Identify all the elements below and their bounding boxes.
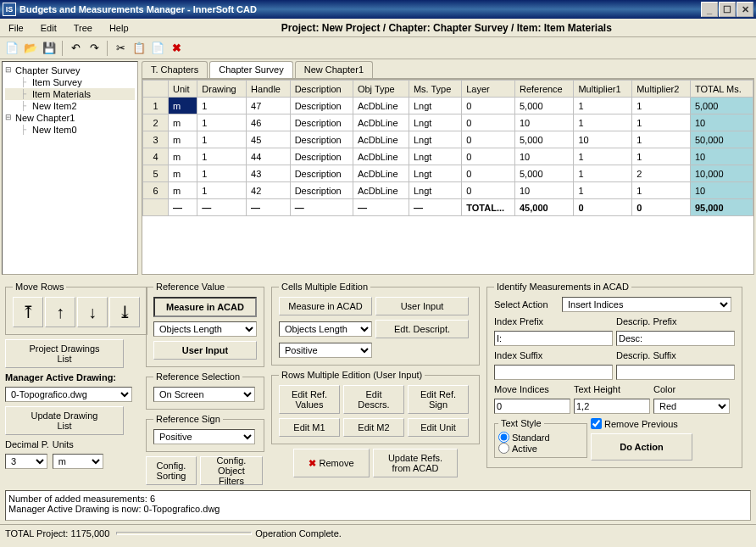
ip-input[interactable] xyxy=(494,331,613,346)
cell-ms[interactable]: Lngt xyxy=(409,114,461,131)
save-icon[interactable]: 💾 xyxy=(41,40,58,57)
cell-handle[interactable]: 45 xyxy=(247,131,291,148)
cell-unit[interactable]: m xyxy=(169,182,197,199)
redo-icon[interactable]: ↷ xyxy=(86,40,103,57)
cell-m2[interactable]: 1 xyxy=(632,182,691,199)
cell-ref[interactable]: 10 xyxy=(514,114,573,131)
data-grid[interactable]: Unit Drawing Handle Description Obj Type… xyxy=(142,79,754,275)
cell-total[interactable]: 10,000 xyxy=(690,165,753,182)
th-input[interactable] xyxy=(574,399,650,414)
table-row[interactable]: 3m145DescriptionAcDbLineLngt05,00010150,… xyxy=(143,131,753,148)
cell-m1[interactable]: 1 xyxy=(574,114,632,131)
cell-handle[interactable]: 42 xyxy=(247,182,291,199)
cell-m1[interactable]: 10 xyxy=(574,131,632,148)
table-row[interactable]: 1m147DescriptionAcDbLineLngt05,000115,00… xyxy=(143,98,753,114)
cell-n[interactable]: 1 xyxy=(143,98,169,114)
cme-userinput-button[interactable]: User Input xyxy=(375,297,469,315)
tree-panel[interactable]: Chapter Survey Item Survey Item Material… xyxy=(2,61,138,275)
tree-new-item0[interactable]: New Item0 xyxy=(5,124,135,136)
config-sorting-button[interactable]: Config. Sorting xyxy=(146,456,197,485)
edit-m1-button[interactable]: Edit M1 xyxy=(279,418,340,437)
col-obj[interactable]: Obj Type xyxy=(353,81,409,98)
menu-tree[interactable]: Tree xyxy=(65,20,101,36)
col-ref[interactable]: Reference xyxy=(514,81,573,98)
move-top-button[interactable]: ⤒ xyxy=(13,297,43,327)
cell-ms[interactable]: Lngt xyxy=(409,131,461,148)
delete-icon[interactable]: ✖ xyxy=(168,40,185,57)
cell-total[interactable]: 5,000 xyxy=(690,98,753,114)
update-drawing-list-button[interactable]: Update Drawing List xyxy=(5,406,124,435)
cell-m2[interactable]: 1 xyxy=(632,148,691,165)
cell-obj[interactable]: AcDbLine xyxy=(353,165,409,182)
objlen-select[interactable]: Objects Length xyxy=(153,321,257,337)
cell-unit[interactable]: m xyxy=(169,165,197,182)
col-desc[interactable]: Description xyxy=(290,81,353,98)
edit-m2-button[interactable]: Edit M2 xyxy=(343,418,404,437)
move-bottom-button[interactable]: ⤓ xyxy=(109,297,140,327)
cell-m2[interactable]: 1 xyxy=(632,114,691,131)
cell-drawing[interactable]: 1 xyxy=(197,131,247,148)
cell-ref[interactable]: 10 xyxy=(514,148,573,165)
cell-ref[interactable]: 5,000 xyxy=(514,98,573,114)
cell-ref[interactable]: 10 xyxy=(514,182,573,199)
cme-editdesc-button[interactable]: Edt. Descript. xyxy=(375,320,469,338)
cell-drawing[interactable]: 1 xyxy=(197,98,247,114)
col-total[interactable]: TOTAL Ms. xyxy=(690,81,753,98)
tree-new-item2[interactable]: New Item2 xyxy=(5,100,135,112)
tab-t-chapters[interactable]: T. Chapters xyxy=(142,61,208,78)
cell-m1[interactable]: 1 xyxy=(574,98,632,114)
table-row[interactable]: 4m144DescriptionAcDbLineLngt0101110 xyxy=(143,148,753,165)
cell-n[interactable]: 6 xyxy=(143,182,169,199)
cell-layer[interactable]: 0 xyxy=(462,182,515,199)
cell-obj[interactable]: AcDbLine xyxy=(353,131,409,148)
tree-item-materials[interactable]: Item Materials xyxy=(5,88,135,100)
cell-drawing[interactable]: 1 xyxy=(197,165,247,182)
tree-item-survey[interactable]: Item Survey xyxy=(5,76,135,88)
edit-unit-button[interactable]: Edit Unit xyxy=(408,418,469,437)
cell-layer[interactable]: 0 xyxy=(462,148,515,165)
cell-total[interactable]: 10 xyxy=(690,182,753,199)
cell-desc[interactable]: Description xyxy=(290,165,353,182)
cell-ms[interactable]: Lngt xyxy=(409,98,461,114)
edit-descrs-button[interactable]: Edit Descrs. xyxy=(343,385,404,414)
cell-m2[interactable]: 2 xyxy=(632,165,691,182)
cell-unit[interactable]: m xyxy=(169,131,197,148)
cell-layer[interactable]: 0 xyxy=(462,98,515,114)
cell-obj[interactable]: AcDbLine xyxy=(353,148,409,165)
table-row[interactable]: 5m143DescriptionAcDbLineLngt05,0001210,0… xyxy=(143,165,753,182)
cell-n[interactable]: 2 xyxy=(143,114,169,131)
menu-help[interactable]: Help xyxy=(101,20,137,36)
col-ms[interactable]: Ms. Type xyxy=(409,81,461,98)
cell-handle[interactable]: 47 xyxy=(247,98,291,114)
cell-layer[interactable]: 0 xyxy=(462,165,515,182)
do-action-button[interactable]: Do Action xyxy=(591,433,692,460)
cell-obj[interactable]: AcDbLine xyxy=(353,182,409,199)
tree-new-chapter1[interactable]: New Chapter1 xyxy=(5,112,135,124)
cell-obj[interactable]: AcDbLine xyxy=(353,98,409,114)
cell-n[interactable]: 4 xyxy=(143,148,169,165)
measure-acad-button[interactable]: Measure in ACAD xyxy=(153,297,257,317)
tab-chapter-survey[interactable]: Chapter Survey xyxy=(209,61,292,78)
col-m2[interactable]: Multiplier2 xyxy=(632,81,691,98)
col-handle[interactable]: Handle xyxy=(247,81,291,98)
update-refs-button[interactable]: Update Refs. from ACAD xyxy=(373,449,458,477)
decp-select[interactable]: 3 xyxy=(5,454,47,469)
cell-n[interactable]: 5 xyxy=(143,165,169,182)
cell-total[interactable]: 10 xyxy=(690,114,753,131)
cell-desc[interactable]: Description xyxy=(290,131,353,148)
edit-ref-values-button[interactable]: Edit Ref. Values xyxy=(279,385,340,414)
cell-total[interactable]: 50,000 xyxy=(690,131,753,148)
cell-ms[interactable]: Lngt xyxy=(409,182,461,199)
cell-drawing[interactable]: 1 xyxy=(197,148,247,165)
cell-handle[interactable]: 43 xyxy=(247,165,291,182)
cell-desc[interactable]: Description xyxy=(290,114,353,131)
cell-drawing[interactable]: 1 xyxy=(197,114,247,131)
col-layer[interactable]: Layer xyxy=(462,81,515,98)
units-select[interactable]: m xyxy=(53,454,103,469)
ts-standard-radio[interactable] xyxy=(498,432,509,443)
maximize-button[interactable]: ☐ xyxy=(719,2,736,17)
cell-desc[interactable]: Description xyxy=(290,182,353,199)
cell-desc[interactable]: Description xyxy=(290,98,353,114)
cell-total[interactable]: 10 xyxy=(690,148,753,165)
menu-edit[interactable]: Edit xyxy=(32,20,65,36)
